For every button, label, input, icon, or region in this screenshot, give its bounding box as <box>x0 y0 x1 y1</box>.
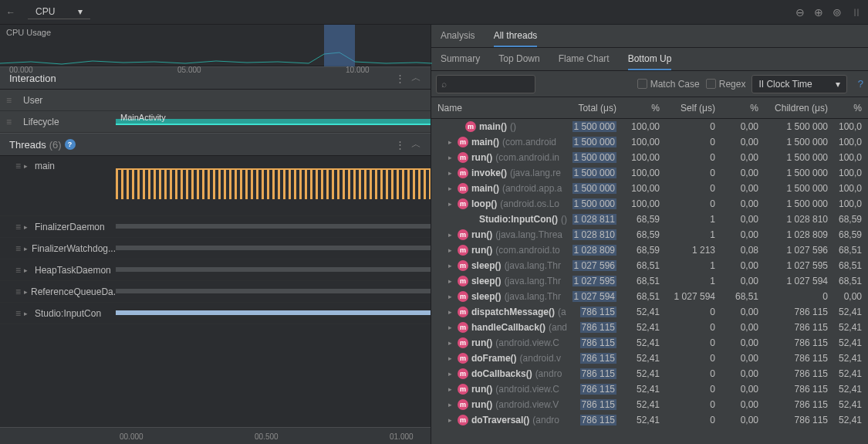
table-row[interactable]: ▸mrun() (android.view.V786 11552,4100,00… <box>431 397 868 412</box>
table-row[interactable]: Studio:InputCon() ()1 028 81168,5910,001… <box>431 212 868 227</box>
cpu-usage-section[interactable]: CPU Usage 00.000 05.000 10.000 <box>0 25 431 66</box>
drag-handle-icon[interactable]: ≡ <box>15 161 21 171</box>
expand-icon[interactable]: ▸ <box>447 370 454 378</box>
thread-row[interactable]: ≡▸FinalizerDaemon <box>0 216 431 238</box>
thread-chart[interactable] <box>116 259 431 280</box>
table-row[interactable]: ▸mhandleCallback() (and786 11552,4100,00… <box>431 320 868 335</box>
drag-handle-icon[interactable]: ≡ <box>15 308 21 319</box>
tab-analysis[interactable]: Analysis <box>441 30 475 47</box>
match-case-checkbox[interactable]: Match Case <box>637 79 700 90</box>
expand-icon[interactable]: ▸ <box>447 138 454 146</box>
expand-icon[interactable]: ▸ <box>447 339 454 347</box>
clock-dropdown[interactable]: II Clock Time ▾ <box>751 75 846 93</box>
tab-all-threads[interactable]: All threads <box>494 30 538 47</box>
reset-zoom-icon[interactable]: ⊚ <box>833 6 842 19</box>
col-total-header[interactable]: Total (μs) <box>567 103 623 114</box>
table-row[interactable]: ▸mrun() (android.view.C786 11552,4100,00… <box>431 381 868 397</box>
expand-icon[interactable]: ▸ <box>24 162 32 170</box>
expand-icon[interactable]: ▸ <box>447 169 454 177</box>
profiler-dropdown[interactable]: CPU ▾ <box>28 5 90 19</box>
subtab-flame-chart[interactable]: Flame Chart <box>559 53 610 70</box>
table-row[interactable]: ▸mmain() (com.android1 500 000100,0000,0… <box>431 134 868 150</box>
pause-icon[interactable]: ⏸ <box>851 6 862 19</box>
expand-icon[interactable]: ▸ <box>447 277 454 285</box>
more-icon[interactable]: ⋮ <box>395 139 405 151</box>
table-row[interactable]: ▸mrun() (com.android.in1 500 000100,0000… <box>431 150 868 165</box>
col-children-header[interactable]: Children (μs) <box>765 103 834 114</box>
subtab-summary[interactable]: Summary <box>441 53 480 70</box>
search-field[interactable] <box>450 78 530 90</box>
expand-icon[interactable]: ▸ <box>447 354 454 362</box>
help-icon[interactable]: ? <box>858 78 863 90</box>
col-name-header[interactable]: Name <box>431 103 567 114</box>
expand-icon[interactable]: ▸ <box>447 154 454 161</box>
expand-icon[interactable]: ▸ <box>24 223 32 231</box>
table-row[interactable]: mmain() ()1 500 000100,0000,001 500 0001… <box>431 119 868 134</box>
drag-handle-icon[interactable]: ≡ <box>15 286 21 297</box>
table-row[interactable]: ▸mrun() (java.lang.Threa1 028 81068,5910… <box>431 227 868 242</box>
collapse-icon[interactable]: ︿ <box>411 71 421 85</box>
expand-icon[interactable]: ▸ <box>447 308 454 316</box>
table-body[interactable]: mmain() ()1 500 000100,0000,001 500 0001… <box>431 119 868 444</box>
regex-checkbox[interactable]: Regex <box>706 79 746 90</box>
back-icon[interactable]: ← <box>6 7 19 18</box>
table-row[interactable]: ▸mdispatchMessage() (a786 11552,4100,007… <box>431 304 868 320</box>
thread-row[interactable]: ≡▸FinalizerWatchdog... <box>0 238 431 259</box>
table-row[interactable]: ▸mdoCallbacks() (andro786 11552,4100,007… <box>431 366 868 381</box>
more-icon[interactable]: ⋮ <box>395 73 405 84</box>
zoom-in-icon[interactable]: ⊕ <box>814 6 823 19</box>
expand-icon[interactable]: ▸ <box>447 231 454 239</box>
search-input[interactable]: ⌕ <box>436 75 535 93</box>
table-row[interactable]: ▸minvoke() (java.lang.re1 500 000100,000… <box>431 165 868 181</box>
thread-row[interactable]: ≡▸main <box>0 156 431 216</box>
expand-icon[interactable]: ▸ <box>447 416 454 424</box>
col-self-header[interactable]: Self (μs) <box>666 103 721 114</box>
thread-chart[interactable] <box>116 238 431 259</box>
thread-chart[interactable] <box>116 281 431 302</box>
expand-icon[interactable]: ▸ <box>447 401 454 408</box>
expand-icon[interactable]: ▸ <box>24 288 28 296</box>
table-row[interactable]: ▸mloop() (android.os.Lo1 500 000100,0000… <box>431 196 868 212</box>
table-row[interactable]: ▸msleep() (java.lang.Thr1 027 59468,511 … <box>431 289 868 304</box>
table-row[interactable]: ▸mmain() (android.app.a1 500 000100,0000… <box>431 181 868 196</box>
expand-icon[interactable]: ▸ <box>447 324 454 331</box>
drag-handle-icon[interactable]: ≡ <box>15 222 21 232</box>
thread-chart[interactable] <box>116 216 431 237</box>
expand-icon[interactable]: ▸ <box>24 310 32 317</box>
expand-icon[interactable]: ▸ <box>24 266 32 274</box>
thread-chart[interactable] <box>116 303 431 324</box>
subtab-top-down[interactable]: Top Down <box>498 53 539 70</box>
cell-value: 100,0 <box>834 137 868 147</box>
subtab-bottom-up[interactable]: Bottom Up <box>628 53 672 70</box>
thread-row[interactable]: ≡▸ReferenceQueueDa... <box>0 281 431 303</box>
thread-chart[interactable] <box>116 161 431 215</box>
expand-icon[interactable]: ▸ <box>24 245 29 253</box>
col-children-pct-header[interactable]: % <box>834 103 868 114</box>
threads-list: ≡▸main≡▸FinalizerDaemon≡▸FinalizerWatchd… <box>0 156 431 427</box>
col-pct-header[interactable]: % <box>623 103 666 114</box>
expand-icon[interactable]: ▸ <box>447 200 454 208</box>
expand-icon[interactable]: ▸ <box>447 262 454 269</box>
expand-icon[interactable]: ▸ <box>447 385 454 393</box>
table-row[interactable]: ▸mdoFrame() (android.v786 11552,4100,007… <box>431 351 868 366</box>
table-row[interactable]: ▸msleep() (java.lang.Thr1 027 59668,5110… <box>431 258 868 273</box>
table-row[interactable]: ▸mrun() (com.android.to1 028 80968,591 2… <box>431 242 868 258</box>
collapse-icon[interactable]: ︿ <box>411 137 421 151</box>
col-self-pct-header[interactable]: % <box>721 103 765 114</box>
expand-icon[interactable]: ▸ <box>447 246 454 254</box>
table-row[interactable]: ▸mrun() (android.view.C786 11552,4100,00… <box>431 335 868 351</box>
drag-handle-icon[interactable]: ≡ <box>15 265 21 276</box>
table-row[interactable]: ▸mdoTraversal() (andro786 11552,4100,007… <box>431 412 868 428</box>
expand-icon[interactable]: ▸ <box>447 185 454 192</box>
info-badge-icon[interactable]: ? <box>65 139 76 150</box>
thread-row[interactable]: ≡▸HeapTaskDaemon <box>0 259 431 281</box>
drag-handle-icon[interactable]: ≡ <box>6 95 12 106</box>
thread-row[interactable]: ≡▸Studio:InputCon <box>0 303 431 324</box>
drag-handle-icon[interactable]: ≡ <box>6 117 12 127</box>
drag-handle-icon[interactable]: ≡ <box>15 243 21 254</box>
selection-range[interactable] <box>324 25 355 66</box>
table-row[interactable]: ▸msleep() (java.lang.Thr1 027 59568,5110… <box>431 273 868 289</box>
zoom-out-icon[interactable]: ⊖ <box>795 6 805 19</box>
method-badge-icon: m <box>458 384 468 395</box>
expand-icon[interactable]: ▸ <box>447 293 454 300</box>
